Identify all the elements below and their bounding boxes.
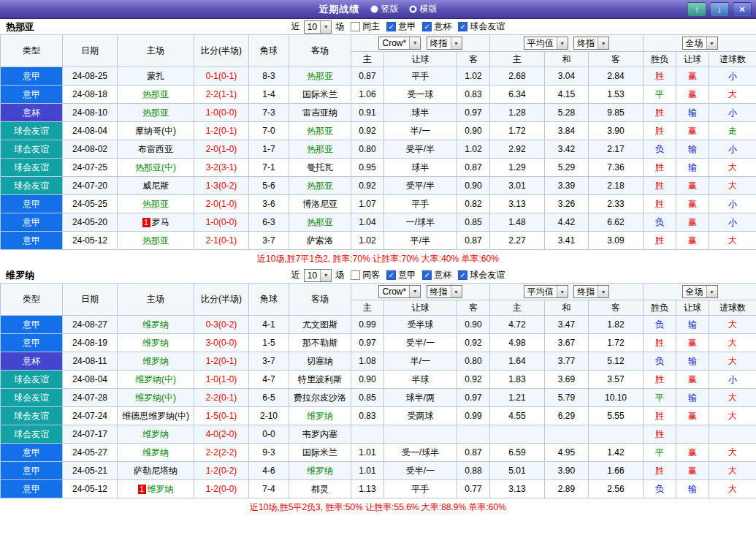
scroll-up-button[interactable]: ↑ — [687, 2, 706, 16]
away-team[interactable]: 维罗纳 — [289, 462, 351, 480]
away-team[interactable]: 热那亚 — [289, 177, 351, 195]
fulltime-select[interactable]: 全场▼ — [682, 285, 718, 298]
asian-away-odds: 0.77 — [457, 480, 490, 498]
same-side-checkbox[interactable] — [351, 270, 360, 280]
league-filter-checkbox-friendly[interactable]: ✓ — [458, 22, 467, 31]
competition-badge: 球会友谊 — [1, 177, 63, 195]
col-home: 主场 — [118, 35, 194, 67]
asian-handicap: 半球 — [384, 371, 457, 389]
home-team[interactable]: 热那亚(中) — [118, 159, 194, 177]
euro-away-odds: 3.57 — [589, 371, 644, 389]
layout-vertical-option[interactable]: 竖版 — [370, 3, 399, 15]
result-wdl: 负 — [644, 480, 676, 498]
recent-count-select[interactable]: 10 ▼ — [304, 20, 332, 34]
result-handicap: 赢 — [676, 371, 709, 389]
away-team[interactable]: 特里波利斯 — [289, 371, 351, 389]
euro-home-odds: 2.68 — [490, 67, 545, 86]
home-team[interactable]: 维罗纳(中) — [118, 389, 194, 407]
league-filter-checkbox-serie-a[interactable]: ✓ — [386, 270, 396, 280]
match-date: 24-08-02 — [63, 140, 118, 159]
dropdown-arrow-icon: ▼ — [451, 286, 462, 297]
asian-handicap: 球半 — [384, 159, 457, 177]
euro-average-select[interactable]: 平均值▼ — [524, 37, 568, 50]
away-team[interactable]: 国际米兰 — [289, 86, 351, 104]
home-team[interactable]: 维罗纳 — [118, 444, 194, 462]
bookmaker-select[interactable]: Crow*▼ — [378, 285, 421, 298]
close-icon: × — [739, 4, 745, 15]
col-type: 类型 — [1, 35, 63, 67]
home-team[interactable]: 热那亚 — [118, 232, 194, 250]
away-team[interactable]: 那不勒斯 — [289, 334, 351, 352]
home-team[interactable]: 维罗纳 — [118, 425, 194, 444]
league-filter-checkbox-cup[interactable]: ✓ — [422, 270, 432, 280]
league-filter-checkbox-friendly[interactable]: ✓ — [458, 270, 467, 280]
home-team[interactable]: 维罗纳 — [118, 316, 194, 334]
fulltime-select[interactable]: 全场▼ — [682, 37, 718, 50]
league-filter-checkbox-serie-a[interactable]: ✓ — [386, 22, 396, 31]
close-button[interactable]: × — [733, 2, 752, 16]
league-filter-checkbox-cup[interactable]: ✓ — [422, 22, 432, 31]
euro-average-select[interactable]: 平均值▼ — [524, 285, 568, 298]
away-team[interactable]: 热那亚 — [289, 122, 351, 140]
home-team[interactable]: 布雷西亚 — [118, 140, 194, 159]
col-asian-home: 主 — [351, 300, 384, 316]
same-side-checkbox[interactable] — [351, 22, 360, 31]
col-type: 类型 — [1, 284, 63, 316]
check-icon: ✓ — [388, 23, 394, 31]
home-team[interactable]: 威尼斯 — [118, 177, 194, 195]
away-team[interactable]: 尤文图斯 — [289, 316, 351, 334]
asian-odds-type-select[interactable]: 终指▼ — [427, 37, 462, 50]
away-team[interactable]: 热那亚 — [289, 67, 351, 86]
result-handicap: 赢 — [676, 177, 709, 195]
away-team[interactable]: 雷吉亚纳 — [289, 104, 351, 122]
home-team[interactable]: 维德思维罗纳(中) — [118, 407, 194, 425]
home-team[interactable]: 热那亚 — [118, 86, 194, 104]
asian-handicap — [384, 425, 457, 444]
away-team[interactable]: 萨索洛 — [289, 232, 351, 250]
home-team[interactable]: 萨勒尼塔纳 — [118, 462, 194, 480]
asian-odds-type-value: 终指 — [430, 37, 448, 50]
asian-away-odds: 1.02 — [457, 67, 490, 86]
away-team[interactable]: 国际米兰 — [289, 444, 351, 462]
home-team[interactable]: 维罗纳 — [118, 352, 194, 371]
dropdown-arrow-icon: ▼ — [597, 286, 608, 297]
home-team[interactable]: 1罗马 — [118, 213, 194, 232]
asian-away-odds: 0.87 — [457, 444, 490, 462]
bookmaker-select[interactable]: Crow*▼ — [378, 37, 421, 50]
result-wdl: 胜 — [644, 407, 676, 425]
home-team[interactable]: 蒙扎 — [118, 67, 194, 86]
result-goals: 走 — [709, 122, 756, 140]
home-team[interactable]: 1维罗纳 — [118, 480, 194, 498]
asian-odds-type-select[interactable]: 终指▼ — [427, 285, 462, 298]
euro-odds-type-select[interactable]: 终指▼ — [573, 37, 609, 50]
result-handicap: 赢 — [676, 462, 709, 480]
away-team[interactable]: 博洛尼亚 — [289, 195, 351, 213]
scroll-down-button[interactable]: ↓ — [710, 2, 729, 16]
recent-count-select[interactable]: 10 ▼ — [304, 269, 332, 282]
away-team[interactable]: 热那亚 — [289, 213, 351, 232]
away-team[interactable]: 维罗纳 — [289, 407, 351, 425]
away-team[interactable]: 热那亚 — [289, 140, 351, 159]
home-team[interactable]: 维罗纳 — [118, 334, 194, 352]
euro-draw-odds: 6.29 — [545, 407, 589, 425]
match-score: 3-2(3-1) — [194, 159, 249, 177]
euro-draw-odds: 4.15 — [545, 86, 589, 104]
competition-badge: 意甲 — [1, 334, 63, 352]
away-team[interactable]: 都灵 — [289, 480, 351, 498]
home-team[interactable]: 摩纳哥(中) — [118, 122, 194, 140]
away-team[interactable]: 费拉尔皮沙洛 — [289, 389, 351, 407]
result-goals: 大 — [709, 480, 756, 498]
bookmaker-select-value: Crow* — [382, 287, 406, 297]
euro-odds-type-select[interactable]: 终指▼ — [573, 285, 609, 298]
home-team[interactable]: 热那亚 — [118, 104, 194, 122]
away-team[interactable]: 切塞纳 — [289, 352, 351, 371]
home-team[interactable]: 维罗纳(中) — [118, 371, 194, 389]
asian-away-odds: 0.92 — [457, 334, 490, 352]
corner-score: 7-4 — [249, 480, 289, 498]
away-team[interactable]: 韦罗内塞 — [289, 425, 351, 444]
home-team[interactable]: 热那亚 — [118, 195, 194, 213]
euro-home-odds: 2.27 — [490, 232, 545, 250]
layout-horizontal-option[interactable]: 横版 — [409, 3, 438, 15]
corner-score: 1-5 — [249, 334, 289, 352]
away-team[interactable]: 曼托瓦 — [289, 159, 351, 177]
